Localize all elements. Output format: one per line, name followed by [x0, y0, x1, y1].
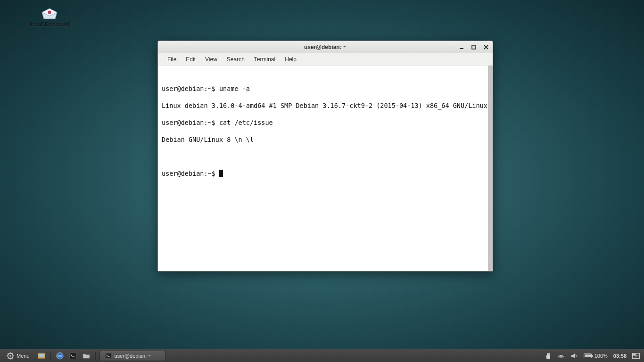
menu-terminal[interactable]: Terminal — [249, 54, 280, 65]
start-menu-button[interactable]: Menu — [3, 351, 33, 361]
svg-rect-2 — [472, 45, 476, 49]
svg-rect-26 — [585, 354, 591, 357]
terminal-icon — [69, 352, 77, 360]
tray-battery[interactable]: 100% — [582, 352, 609, 360]
svg-rect-25 — [592, 355, 593, 357]
tray-workspace-icon[interactable] — [631, 352, 641, 360]
tray-network-icon[interactable] — [556, 352, 566, 360]
tray-volume-icon[interactable] — [569, 352, 579, 360]
taskbar-task-label: user@debian: ~ — [115, 353, 151, 359]
folder-icon — [83, 352, 90, 360]
terminal-scrollbar-thumb[interactable] — [488, 66, 493, 271]
terminal-scrollbar-track[interactable] — [488, 66, 493, 271]
globe-icon — [56, 352, 64, 360]
close-button[interactable] — [482, 43, 490, 51]
clock-label: 03:58 — [613, 353, 627, 359]
svg-rect-19 — [105, 353, 111, 358]
menu-help[interactable]: Help — [280, 54, 301, 65]
start-menu-label: Menu — [17, 353, 30, 359]
svg-rect-17 — [69, 353, 76, 359]
taskbar-task-terminal[interactable]: user@debian: ~ — [99, 351, 165, 361]
svg-point-23 — [560, 357, 561, 358]
terminal-icon — [105, 352, 112, 360]
desktop-icon-label: Install Debian sid — [29, 21, 70, 27]
svg-rect-30 — [633, 354, 636, 355]
terminal-line: Debian GNU/Linux 8 \n \l — [162, 136, 254, 143]
window-title: user@debian: ~ — [304, 44, 347, 50]
quicklaunch-terminal[interactable] — [68, 351, 78, 361]
terminal-window: user@debian: ~ File Edit View Search Ter… — [157, 41, 493, 272]
installer-icon — [40, 7, 59, 20]
show-desktop-button[interactable] — [36, 351, 47, 361]
desktop-background: Install Debian sid user@debian: ~ File E… — [0, 0, 644, 362]
maximize-button[interactable] — [470, 43, 478, 51]
quicklaunch-files[interactable] — [81, 351, 91, 361]
menu-edit[interactable]: Edit — [181, 54, 200, 65]
svg-line-9 — [8, 353, 9, 354]
svg-line-10 — [12, 357, 13, 358]
gear-icon — [7, 352, 14, 360]
terminal-area[interactable]: user@debian:~$ uname -a Linux debian 3.1… — [158, 66, 493, 271]
battery-percent: 100% — [594, 353, 608, 359]
menu-search[interactable]: Search — [222, 54, 249, 65]
window-controls — [458, 41, 490, 53]
svg-rect-1 — [460, 48, 463, 49]
desktop-icon-install-debian[interactable]: Install Debian sid — [28, 7, 71, 27]
menu-file[interactable]: File — [163, 54, 181, 65]
tray-usb-icon[interactable] — [544, 352, 553, 360]
terminal-prompt: user@debian:~$ — [162, 170, 219, 177]
svg-rect-22 — [546, 355, 550, 359]
svg-line-11 — [12, 353, 13, 354]
terminal-menubar: File Edit View Search Terminal Help — [158, 53, 493, 66]
terminal-cursor — [219, 170, 223, 177]
window-titlebar[interactable]: user@debian: ~ — [158, 41, 493, 53]
svg-rect-21 — [547, 353, 550, 355]
svg-rect-14 — [38, 354, 44, 356]
taskbar: Menu — [0, 349, 644, 362]
desktop-icon — [38, 352, 45, 360]
terminal-line: user@debian:~$ uname -a — [162, 85, 250, 92]
terminal-line: Linux debian 3.16.0-4-amd64 #1 SMP Debia… — [162, 102, 487, 109]
svg-line-12 — [8, 357, 9, 358]
svg-point-4 — [9, 355, 11, 357]
tray-clock[interactable]: 03:58 — [612, 352, 628, 360]
battery-icon — [584, 353, 593, 359]
minimize-button[interactable] — [458, 43, 465, 51]
taskbar-separator — [95, 352, 96, 360]
terminal-line: user@debian:~$ cat /etc/issue — [162, 119, 273, 126]
svg-point-0 — [48, 11, 51, 14]
menu-view[interactable]: View — [200, 54, 222, 65]
quicklaunch-browser[interactable] — [55, 351, 65, 361]
taskbar-separator — [50, 352, 51, 360]
